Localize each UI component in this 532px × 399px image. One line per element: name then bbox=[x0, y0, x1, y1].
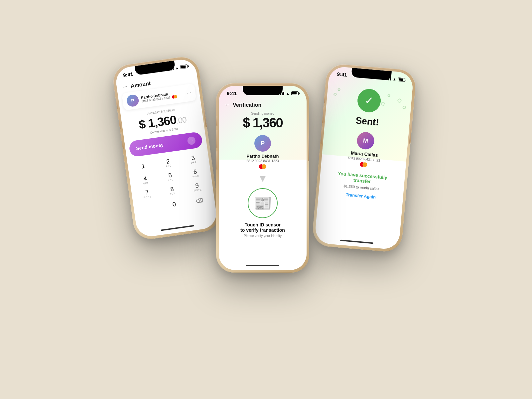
verification-amount: Sending money $ 1,360 bbox=[219, 110, 307, 132]
recipient-info-center: P Partho Debnath 5812 9023 8431 1323 bbox=[219, 132, 307, 172]
key-8[interactable]: 8TUV bbox=[161, 183, 183, 199]
wifi-icon: ▲ bbox=[175, 66, 179, 70]
recipient-avatar: P bbox=[126, 94, 140, 107]
numpad: 1 2ABC 3DEF 4GHI 5JKL 6MNO 7PQRS 8TUV 9W… bbox=[127, 149, 215, 218]
key-4[interactable]: 4GHI bbox=[134, 172, 156, 188]
touch-id-subtitle: Please verify your identity bbox=[244, 234, 282, 238]
back-button[interactable]: ← bbox=[224, 101, 230, 108]
home-bar bbox=[246, 265, 279, 266]
phone-verification-screen: 9:41 ▲ bbox=[219, 86, 307, 270]
key-9[interactable]: 9WXYZ bbox=[187, 179, 208, 195]
key-1[interactable]: 1 bbox=[133, 158, 154, 174]
key-6[interactable]: 6MNO bbox=[185, 165, 206, 181]
phone-amount-screen: 9:41 ▲ bbox=[114, 58, 218, 238]
down-arrow-icon: ▼ bbox=[219, 172, 307, 186]
mastercard-icon bbox=[259, 164, 266, 169]
sent-check-section: ✓ Sent! bbox=[325, 79, 413, 134]
sent-title: Sent! bbox=[355, 115, 379, 128]
home-bar bbox=[161, 225, 194, 231]
home-bar bbox=[340, 240, 373, 244]
wifi-icon: ▲ bbox=[286, 91, 290, 95]
status-time: 9:41 bbox=[227, 90, 237, 96]
send-button-label: Send money bbox=[136, 142, 164, 151]
verification-amount-value: $ 1,360 bbox=[224, 115, 301, 130]
key-3[interactable]: 3DEF bbox=[183, 151, 204, 167]
status-time: 9:41 bbox=[337, 71, 347, 78]
fingerprint-section: 📰 Touch ID sensorto verify transaction P… bbox=[219, 186, 307, 240]
transfer-again-button[interactable]: Transfer Again bbox=[325, 190, 396, 201]
options-menu[interactable]: ⋯ bbox=[186, 90, 192, 96]
mastercard-icon bbox=[360, 162, 367, 167]
page-header: ← Verification bbox=[219, 99, 307, 110]
phone-verification: 9:41 ▲ bbox=[216, 83, 309, 273]
recipient-avatar: P bbox=[254, 135, 271, 152]
touch-id-title: Touch ID sensorto verify transaction bbox=[240, 222, 285, 233]
key-2[interactable]: 2ABC bbox=[158, 155, 179, 171]
status-time: 9:41 bbox=[123, 71, 133, 78]
key-empty bbox=[138, 200, 160, 216]
key-backspace[interactable]: ⌫ bbox=[189, 193, 210, 209]
sent-recipient: M Maria Callas 5812 9023 8431 1323 bbox=[321, 126, 409, 173]
page-title: Verification bbox=[233, 102, 261, 108]
recipient-name: Partho Debnath bbox=[247, 154, 279, 159]
check-mark-icon: ✓ bbox=[364, 94, 374, 107]
recipient-info: Partho Debnath 5812 9023 8431 1323 bbox=[141, 90, 185, 103]
fingerprint-icon: 📰 bbox=[254, 195, 272, 212]
recipient-card: 5812 9023 8431 1323 bbox=[246, 159, 279, 163]
battery-icon bbox=[180, 65, 188, 69]
success-check-circle: ✓ bbox=[356, 88, 382, 113]
phone-amount: 9:41 ▲ bbox=[111, 55, 221, 241]
sending-label: Sending money bbox=[224, 112, 301, 115]
fingerprint-circle[interactable]: 📰 bbox=[248, 188, 278, 218]
phones-container: 9:41 ▲ bbox=[116, 33, 416, 366]
key-5[interactable]: 5JKL bbox=[160, 169, 181, 185]
mastercard-icon bbox=[172, 95, 177, 99]
recipient-avatar: M bbox=[356, 131, 375, 150]
send-arrow-icon: → bbox=[187, 136, 196, 145]
back-button[interactable]: ← bbox=[122, 83, 129, 90]
battery-icon bbox=[398, 77, 406, 82]
key-7[interactable]: 7PQRS bbox=[136, 186, 158, 202]
battery-icon bbox=[291, 91, 299, 95]
key-0[interactable]: 0 bbox=[163, 196, 185, 212]
page-title: Amount bbox=[130, 80, 151, 89]
wifi-icon: ▲ bbox=[393, 77, 397, 81]
notch bbox=[243, 86, 283, 95]
phone-sent-screen: 9:41 ▲ bbox=[314, 66, 414, 250]
phone-sent: 9:41 ▲ bbox=[312, 63, 417, 253]
